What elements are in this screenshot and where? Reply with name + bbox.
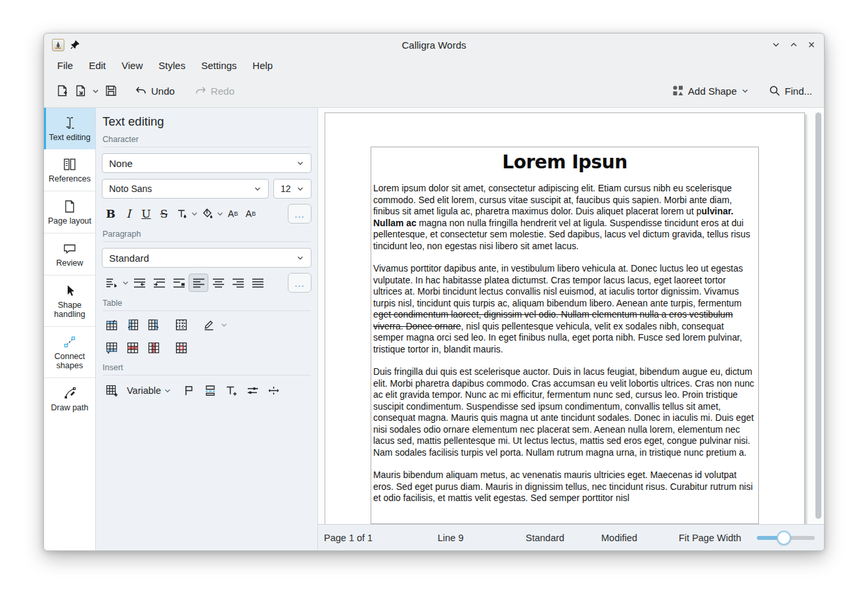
sidebar-tab-draw-path[interactable]: Draw path: [44, 377, 95, 420]
new-document-icon: [56, 84, 69, 97]
character-style-select[interactable]: None: [102, 153, 311, 173]
insert-table-button[interactable]: [102, 381, 122, 400]
insert-column-left-button[interactable]: [123, 316, 143, 334]
decrease-indent-button[interactable]: [129, 274, 149, 292]
insert-bookmark-button[interactable]: [179, 381, 199, 400]
open-recent-chevron-icon[interactable]: [92, 87, 99, 95]
status-zoom-mode[interactable]: Fit Page Width: [679, 533, 741, 543]
paragraph-more-button[interactable]: ...: [288, 273, 311, 293]
insert-index-entry-button[interactable]: [242, 381, 262, 400]
document-page[interactable]: Lorem Ipsun Lorem ipsum dolor sit amet, …: [325, 112, 805, 550]
variable-label[interactable]: Variable: [127, 385, 161, 396]
status-line-number[interactable]: Line 9: [438, 533, 464, 543]
font-color-button[interactable]: [173, 205, 191, 223]
align-justify-icon: [252, 278, 264, 288]
align-center-button[interactable]: [208, 274, 228, 292]
search-icon: [769, 85, 781, 97]
insert-column-right-button[interactable]: [144, 316, 164, 334]
undo-button[interactable]: Undo: [132, 82, 177, 101]
sidebar-tab-review[interactable]: Review: [44, 233, 95, 275]
underline-button[interactable]: U: [137, 205, 155, 223]
font-size-select[interactable]: 12: [273, 179, 311, 199]
border-pen-icon: [203, 319, 215, 331]
border-pen-button[interactable]: [199, 316, 219, 334]
menu-view[interactable]: View: [114, 58, 150, 73]
list-style-chevron-icon[interactable]: [122, 279, 129, 287]
align-justify-button[interactable]: [248, 274, 267, 292]
menu-help[interactable]: Help: [244, 58, 281, 73]
decrease-indent-icon: [133, 278, 146, 288]
document-canvas[interactable]: Lorem Ipsun Lorem ipsum dolor sit amet, …: [318, 108, 824, 550]
delete-cell-button[interactable]: [171, 339, 191, 357]
title-bar[interactable]: Calligra Words: [44, 34, 824, 56]
delete-cell-icon: [175, 342, 187, 354]
delete-row-button[interactable]: [123, 339, 143, 357]
bold-button[interactable]: B: [102, 205, 120, 223]
align-right-button[interactable]: [228, 274, 248, 292]
zoom-slider[interactable]: [757, 531, 815, 545]
insert-row-below-button[interactable]: [102, 339, 122, 357]
resize-horizontal-icon: [267, 385, 280, 397]
menu-styles[interactable]: Styles: [150, 58, 193, 73]
strikethrough-button[interactable]: S: [155, 205, 173, 223]
character-style-value: None: [109, 158, 133, 169]
status-page-count[interactable]: Page 1 of 1: [324, 533, 373, 543]
table-grid-icon: [175, 319, 187, 331]
insert-text-button[interactable]: [221, 381, 241, 400]
open-document-button[interactable]: [72, 81, 102, 101]
menu-file[interactable]: File: [49, 58, 81, 73]
undo-label: Undo: [151, 85, 175, 97]
character-more-button[interactable]: ...: [288, 204, 311, 224]
sidebar-tab-text-editing[interactable]: Text editing: [44, 108, 95, 149]
font-color-chevron-icon[interactable]: [191, 210, 198, 218]
status-modified[interactable]: Modified: [601, 533, 637, 543]
paragraph: Lorem ipsum dolor sit amet, consectetur …: [373, 183, 756, 252]
insert-page-break-button[interactable]: [200, 381, 220, 400]
font-family-select[interactable]: Noto Sans: [102, 179, 269, 199]
delete-column-button[interactable]: [144, 339, 164, 357]
variable-chevron-icon[interactable]: [164, 387, 171, 395]
text-frame[interactable]: Lorem Ipsun Lorem ipsum dolor sit amet, …: [371, 147, 759, 524]
align-left-button[interactable]: [189, 274, 208, 292]
close-button[interactable]: [807, 40, 816, 49]
redo-button[interactable]: Redo: [192, 82, 237, 101]
pin-icon[interactable]: [70, 40, 80, 49]
maximize-button[interactable]: [789, 40, 798, 49]
sidebar-tab-page-layout[interactable]: Page layout: [44, 191, 95, 233]
italic-button[interactable]: I: [120, 205, 137, 223]
main-toolbar: Undo Redo Add Shape Find...: [44, 74, 824, 107]
sidebar-tab-shape-handling[interactable]: Shape handling: [44, 275, 95, 326]
find-button[interactable]: Find...: [766, 82, 815, 100]
subscript-button[interactable]: AB: [242, 205, 260, 223]
block-indent-button[interactable]: [169, 274, 189, 292]
increase-indent-button[interactable]: [149, 274, 169, 292]
align-center-icon: [212, 278, 225, 288]
connector-line-icon: [62, 335, 77, 349]
sidebar-tab-connect-shapes[interactable]: Connect shapes: [44, 326, 95, 377]
insert-row-above-button[interactable]: [102, 316, 122, 334]
superscript-button[interactable]: AB: [224, 205, 242, 223]
save-button[interactable]: [102, 81, 120, 101]
document-body: Lorem ipsum dolor sit amet, consectetur …: [373, 183, 756, 504]
sidebar-tabstrip: Text editing References Page layout Revi…: [44, 108, 96, 550]
merge-cells-button[interactable]: [171, 316, 191, 334]
highlight-color-chevron-icon[interactable]: [216, 210, 224, 218]
add-shape-button[interactable]: Add Shape: [670, 82, 752, 100]
insert-spanning-button[interactable]: [263, 381, 283, 400]
sidebar-tab-references[interactable]: References: [44, 149, 95, 191]
comment-bubble-icon: [62, 241, 77, 256]
new-document-button[interactable]: [53, 81, 72, 101]
glyph: A: [246, 208, 252, 219]
vertical-scrollbar[interactable]: [815, 112, 821, 519]
open-document-icon: [74, 84, 87, 97]
zoom-slider-knob[interactable]: [777, 531, 791, 545]
page-icon: [62, 199, 77, 214]
highlight-color-button[interactable]: [198, 205, 216, 223]
border-pen-chevron-icon[interactable]: [220, 321, 228, 329]
status-style-name[interactable]: Standard: [526, 533, 564, 543]
minimize-button[interactable]: [771, 40, 781, 49]
menu-edit[interactable]: Edit: [81, 58, 114, 73]
paragraph-style-select[interactable]: Standard: [102, 248, 311, 268]
menu-settings[interactable]: Settings: [193, 58, 244, 73]
list-style-button[interactable]: [102, 274, 122, 292]
